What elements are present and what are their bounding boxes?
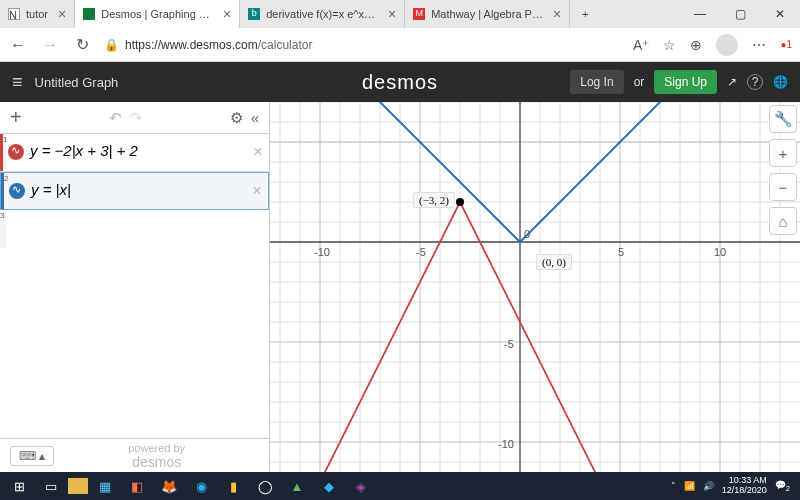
wrench-icon[interactable]: 🔧	[769, 105, 797, 133]
notifications-icon[interactable]: 💬2	[775, 480, 790, 493]
share-icon[interactable]: ↗	[727, 75, 737, 89]
close-icon[interactable]: ×	[58, 6, 66, 22]
expression-row-3[interactable]: 3	[0, 210, 269, 248]
app-icon[interactable]: ▦	[90, 474, 120, 498]
refresh-button[interactable]: ↻	[72, 35, 92, 54]
graph-canvas[interactable]: (−3, 2) (0, 0) -10 -5 5 10 -5 -10 0	[270, 102, 800, 472]
maximize-button[interactable]: ▢	[720, 0, 760, 28]
axis-tick: -5	[416, 246, 426, 258]
zoom-in-button[interactable]: +	[769, 139, 797, 167]
app-icon[interactable]: ▲	[282, 474, 312, 498]
settings-icon[interactable]: ⚙	[230, 109, 243, 127]
home-button[interactable]: ⌂	[769, 207, 797, 235]
expression-panel: + ↶ ↷ ⚙« 1 y = −2|x + 3| + 2 × 2 y = |x|…	[0, 102, 270, 472]
tab-mathway[interactable]: MMathway | Algebra Problem S×	[405, 0, 570, 28]
app-icon[interactable]: ▮	[218, 474, 248, 498]
expression-toolbar: + ↶ ↷ ⚙«	[0, 102, 269, 134]
login-button[interactable]: Log In	[570, 70, 623, 94]
axis-tick: -10	[498, 438, 514, 450]
plot-color-icon[interactable]	[8, 144, 24, 160]
help-icon[interactable]: ?	[747, 74, 763, 90]
language-icon[interactable]: 🌐	[773, 75, 788, 89]
close-window-button[interactable]: ✕	[760, 0, 800, 28]
row-index: 2	[1, 173, 7, 209]
point-label: (0, 0)	[536, 254, 572, 270]
app-icon[interactable]: ◆	[314, 474, 344, 498]
app-icon[interactable]: ◧	[122, 474, 152, 498]
favorite-icon[interactable]: ☆	[663, 37, 676, 53]
site-icon	[83, 8, 95, 20]
axis-tick: -10	[314, 246, 330, 258]
origin-tick: 0	[524, 228, 530, 240]
vertex-point[interactable]	[456, 198, 464, 206]
task-view-icon[interactable]: ▭	[36, 474, 66, 498]
signup-button[interactable]: Sign Up	[654, 70, 717, 94]
keyboard-button[interactable]: ⌨ ▴	[10, 446, 54, 466]
graph-title[interactable]: Untitled Graph	[35, 75, 119, 90]
graph-tools: 🔧 + − ⌂	[766, 102, 800, 238]
zoom-out-button[interactable]: −	[769, 173, 797, 201]
tab-tutor[interactable]: Ntutor×	[0, 0, 75, 28]
firefox-icon[interactable]: 🦊	[154, 474, 184, 498]
close-icon[interactable]: ×	[223, 6, 231, 22]
app-header: ≡ Untitled Graph desmos Log In or Sign U…	[0, 62, 800, 102]
axis-tick: 5	[618, 246, 624, 258]
forward-button[interactable]: →	[40, 36, 60, 54]
site-icon: N	[8, 8, 20, 20]
site-icon: b	[248, 8, 260, 20]
axis-tick: 10	[714, 246, 726, 258]
expression-text[interactable]: y = −2|x + 3| + 2	[30, 142, 138, 159]
collapse-icon[interactable]: «	[251, 109, 259, 127]
add-expression-button[interactable]: +	[10, 106, 22, 129]
delete-icon[interactable]: ×	[253, 142, 263, 162]
sidebar-footer: ⌨ ▴ powered bydesmos	[0, 438, 269, 472]
windows-taskbar: ⊞ ▭ ▦ ◧ 🦊 ◉ ▮ ◯ ▲ ◆ ◈ ˄ 📶 🔊 10:33 AM12/1…	[0, 472, 800, 500]
back-button[interactable]: ←	[8, 36, 28, 54]
lock-icon: 🔒	[104, 38, 119, 52]
chrome-icon[interactable]: ◯	[250, 474, 280, 498]
close-icon[interactable]: ×	[553, 6, 561, 22]
menu-icon[interactable]: ⋯	[752, 37, 766, 53]
tab-bing[interactable]: bderivative f(x)=x e^x - Bing×	[240, 0, 405, 28]
start-button[interactable]: ⊞	[4, 474, 34, 498]
desmos-logo: desmos	[362, 71, 438, 94]
plot-color-icon[interactable]	[9, 183, 25, 199]
expression-row-1[interactable]: 1 y = −2|x + 3| + 2 ×	[0, 134, 269, 172]
delete-icon[interactable]: ×	[252, 181, 262, 201]
notification-badge[interactable]: ●1	[780, 39, 792, 50]
tray-chevron-icon[interactable]: ˄	[671, 481, 676, 491]
new-tab-button[interactable]: +	[570, 0, 600, 28]
row-index: 1	[0, 134, 6, 171]
minimize-button[interactable]: —	[680, 0, 720, 28]
expression-text[interactable]: y = |x|	[31, 181, 71, 198]
undo-button[interactable]: ↶	[109, 109, 122, 126]
powered-text: powered by	[128, 442, 185, 454]
tab-desmos[interactable]: Desmos | Graphing Calculator×	[75, 0, 240, 28]
clock[interactable]: 10:33 AM12/18/2020	[722, 476, 767, 496]
site-icon: M	[413, 8, 425, 20]
expression-row-2[interactable]: 2 y = |x| ×	[0, 172, 269, 210]
row-index: 3	[0, 210, 6, 248]
close-icon[interactable]: ×	[388, 6, 396, 22]
axis-tick: -5	[504, 338, 514, 350]
collections-icon[interactable]: ⊕	[690, 37, 702, 53]
redo-button[interactable]: ↷	[130, 109, 143, 126]
reader-icon[interactable]: A⁺	[633, 37, 649, 53]
browser-tabs: Ntutor× Desmos | Graphing Calculator× bd…	[0, 0, 800, 28]
or-text: or	[634, 75, 645, 89]
point-label: (−3, 2)	[413, 192, 455, 208]
explorer-icon[interactable]	[68, 478, 88, 494]
volume-icon[interactable]: 🔊	[703, 481, 714, 491]
address-bar: ← → ↻ 🔒 https://www.desmos.com/calculato…	[0, 28, 800, 62]
edge-icon[interactable]: ◉	[186, 474, 216, 498]
app-icon[interactable]: ◈	[346, 474, 376, 498]
profile-avatar[interactable]	[716, 34, 738, 56]
hamburger-icon[interactable]: ≡	[12, 72, 23, 93]
wifi-icon[interactable]: 📶	[684, 481, 695, 491]
brand-text: desmos	[132, 454, 181, 470]
url-field[interactable]: 🔒 https://www.desmos.com/calculator	[104, 38, 621, 52]
